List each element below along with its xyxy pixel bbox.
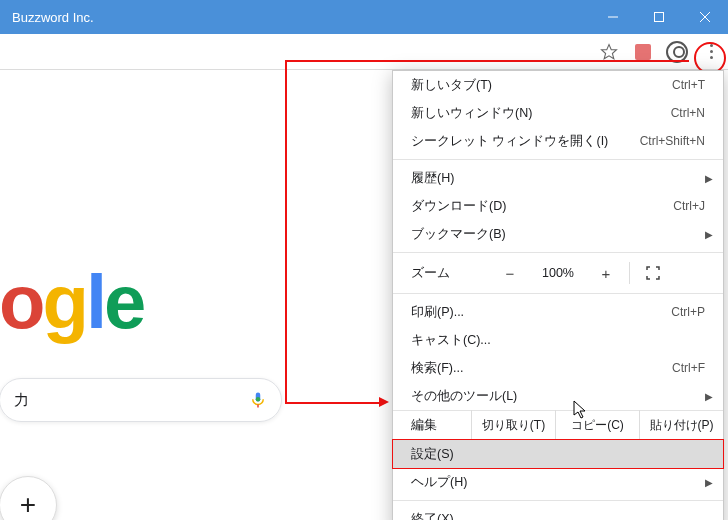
chevron-right-icon: ▶ [705,173,713,184]
svg-marker-4 [602,44,617,58]
menu-history[interactable]: 履歴(H)▶ [393,164,723,192]
menu-downloads[interactable]: ダウンロード(D)Ctrl+J [393,192,723,220]
google-logo: ogle [0,258,143,345]
close-button[interactable] [682,0,728,34]
menu-settings[interactable]: 設定(S) [392,439,724,469]
search-bar[interactable]: 力 [0,378,282,422]
annotation-line [285,60,689,62]
maximize-button[interactable] [636,0,682,34]
chrome-menu: 新しいタブ(T)Ctrl+T 新しいウィンドウ(N)Ctrl+N シークレット … [392,70,724,520]
menu-incognito[interactable]: シークレット ウィンドウを開く(I)Ctrl+Shift+N [393,127,723,155]
zoom-out-button[interactable]: − [487,265,533,282]
menu-cut[interactable]: 切り取り(T) [471,410,555,440]
menu-bookmarks[interactable]: ブックマーク(B)▶ [393,220,723,248]
titlebar: Buzzword Inc. [0,0,728,34]
zoom-value: 100% [533,266,583,280]
menu-help[interactable]: ヘルプ(H)▶ [393,468,723,496]
menu-find[interactable]: 検索(F)...Ctrl+F [393,354,723,382]
menu-edit-row: 編集 切り取り(T) コピー(C) 貼り付け(P) [393,410,723,440]
menu-cast[interactable]: キャスト(C)... [393,326,723,354]
minimize-button[interactable] [590,0,636,34]
chevron-right-icon: ▶ [705,477,713,488]
profile-icon[interactable] [660,37,694,67]
browser-toolbar [0,34,728,70]
add-shortcut-button[interactable]: + [0,476,57,520]
search-text: 力 [14,391,249,410]
menu-exit[interactable]: 終了(X) [393,505,723,520]
mic-icon[interactable] [249,389,267,411]
zoom-in-button[interactable]: + [583,265,629,282]
menu-copy[interactable]: コピー(C) [555,410,639,440]
bookmark-star-icon[interactable] [592,37,626,67]
chevron-right-icon: ▶ [705,229,713,240]
annotation-line [285,60,287,402]
menu-print[interactable]: 印刷(P)...Ctrl+P [393,298,723,326]
menu-paste[interactable]: 貼り付け(P) [639,410,723,440]
menu-more-tools[interactable]: その他のツール(L)▶ [393,382,723,410]
annotation-arrowhead [379,397,389,407]
chevron-right-icon: ▶ [705,391,713,402]
svg-rect-1 [655,13,664,22]
menu-new-window[interactable]: 新しいウィンドウ(N)Ctrl+N [393,99,723,127]
annotation-line [285,402,381,404]
svg-rect-6 [256,397,261,402]
fullscreen-button[interactable] [630,266,676,280]
window-title: Buzzword Inc. [12,10,590,25]
menu-new-tab[interactable]: 新しいタブ(T)Ctrl+T [393,71,723,99]
menu-dots-icon[interactable] [694,37,728,67]
menu-zoom-row: ズーム − 100% + [393,257,723,289]
extension-icon[interactable] [626,37,660,67]
